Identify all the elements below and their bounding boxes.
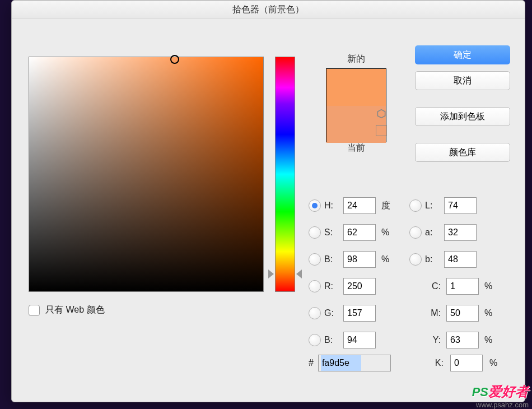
radio-s[interactable] bbox=[309, 226, 321, 239]
input-r[interactable] bbox=[343, 278, 376, 295]
input-b-lab[interactable] bbox=[444, 251, 477, 268]
watermark-cn: 爱好者 bbox=[488, 384, 529, 399]
input-k[interactable] bbox=[450, 355, 483, 371]
radio-b-lab[interactable] bbox=[409, 253, 422, 266]
color-preview: 新的 当前 bbox=[311, 53, 401, 157]
dialog-title: 拾色器（前景色） bbox=[12, 1, 525, 18]
label-h: H: bbox=[324, 201, 340, 211]
dialog-content: 新的 当前 确定 取消 添加到色板 颜色库 H: 度 bbox=[12, 18, 525, 402]
unit-s: % bbox=[379, 227, 395, 238]
label-g: G: bbox=[324, 308, 340, 318]
gamut-warning-icon[interactable] bbox=[376, 108, 387, 119]
label-m: M: bbox=[425, 308, 441, 318]
input-b-hsb[interactable] bbox=[343, 251, 376, 268]
new-color-label: 新的 bbox=[311, 53, 401, 65]
radio-l[interactable] bbox=[409, 199, 422, 212]
label-b-hsb: B: bbox=[324, 254, 340, 264]
ok-button[interactable]: 确定 bbox=[415, 45, 510, 64]
unit-m: % bbox=[482, 308, 498, 318]
color-libraries-button[interactable]: 颜色库 bbox=[415, 143, 510, 162]
unit-b-hsb: % bbox=[379, 254, 395, 264]
input-b-rgb[interactable] bbox=[343, 332, 376, 348]
button-column: 确定 取消 添加到色板 颜色库 bbox=[415, 45, 510, 169]
hex-row: # K: % bbox=[309, 355, 503, 371]
input-y[interactable] bbox=[446, 332, 479, 348]
unit-h: 度 bbox=[379, 200, 395, 212]
web-colors-checkbox[interactable] bbox=[29, 305, 40, 316]
input-a[interactable] bbox=[444, 224, 477, 241]
label-a: a: bbox=[425, 227, 441, 238]
hex-label: # bbox=[309, 358, 314, 368]
hue-slider[interactable] bbox=[275, 57, 295, 292]
label-k: K: bbox=[428, 358, 444, 368]
gamut-suggested-swatch[interactable] bbox=[376, 125, 387, 136]
radio-a[interactable] bbox=[409, 226, 422, 239]
watermark: PS爱好者 www.psahz.com bbox=[472, 383, 529, 409]
web-colors-only[interactable]: 只有 Web 颜色 bbox=[29, 304, 105, 316]
watermark-url: www.psahz.com bbox=[472, 401, 529, 409]
color-fields: H: 度 L: S: % bbox=[309, 192, 510, 354]
input-h[interactable] bbox=[343, 197, 376, 214]
add-to-swatches-button[interactable]: 添加到色板 bbox=[415, 107, 510, 126]
input-c[interactable] bbox=[446, 278, 479, 295]
swatch-new[interactable] bbox=[326, 69, 386, 106]
radio-r[interactable] bbox=[309, 280, 321, 292]
label-s: S: bbox=[324, 227, 340, 238]
input-l[interactable] bbox=[444, 197, 477, 214]
hue-arrow-left-icon[interactable] bbox=[268, 269, 274, 278]
color-picker-dialog: 拾色器（前景色） 新的 当前 确定 取消 添加到色板 颜色库 bbox=[11, 0, 525, 402]
label-y: Y: bbox=[425, 335, 441, 345]
label-c: C: bbox=[425, 281, 441, 291]
cancel-button[interactable]: 取消 bbox=[415, 71, 510, 90]
hue-arrow-right-icon[interactable] bbox=[296, 269, 302, 278]
radio-b-rgb[interactable] bbox=[309, 334, 321, 346]
web-colors-label: 只有 Web 颜色 bbox=[45, 304, 105, 316]
saturation-brightness-panel[interactable] bbox=[29, 57, 264, 292]
label-b-lab: b: bbox=[425, 254, 441, 264]
unit-k: % bbox=[487, 358, 503, 368]
input-m[interactable] bbox=[446, 305, 479, 322]
unit-c: % bbox=[482, 281, 498, 291]
unit-y: % bbox=[482, 335, 498, 345]
watermark-ps: PS bbox=[472, 385, 488, 399]
input-g[interactable] bbox=[343, 305, 376, 322]
current-color-label: 当前 bbox=[311, 142, 401, 154]
radio-g[interactable] bbox=[309, 307, 321, 319]
input-hex[interactable] bbox=[318, 355, 391, 371]
label-b-rgb: B: bbox=[324, 335, 340, 345]
label-r: R: bbox=[324, 281, 340, 291]
label-l: L: bbox=[425, 201, 441, 211]
radio-b-hsb[interactable] bbox=[309, 253, 321, 266]
sv-cursor[interactable] bbox=[170, 55, 179, 64]
input-s[interactable] bbox=[343, 224, 376, 241]
radio-h[interactable] bbox=[309, 199, 321, 212]
